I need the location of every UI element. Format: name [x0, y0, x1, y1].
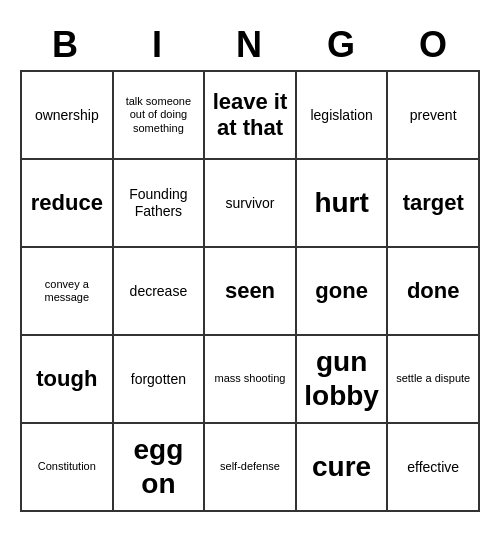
bingo-cell: cure — [297, 424, 389, 512]
cell-text: gun lobby — [301, 345, 383, 412]
header-letter: B — [20, 20, 112, 70]
cell-text: reduce — [31, 190, 103, 216]
bingo-cell: effective — [388, 424, 480, 512]
cell-text: effective — [407, 459, 459, 476]
bingo-cell: Founding Fathers — [114, 160, 206, 248]
bingo-cell: leave it at that — [205, 72, 297, 160]
header-letter: I — [112, 20, 204, 70]
cell-text: decrease — [130, 283, 188, 300]
bingo-cell: done — [388, 248, 480, 336]
cell-text: Constitution — [38, 460, 96, 473]
bingo-cell: prevent — [388, 72, 480, 160]
cell-text: tough — [36, 366, 97, 392]
bingo-cell: seen — [205, 248, 297, 336]
bingo-cell: survivor — [205, 160, 297, 248]
bingo-cell: talk someone out of doing something — [114, 72, 206, 160]
cell-text: done — [407, 278, 460, 304]
cell-text: convey a message — [26, 278, 108, 304]
bingo-cell: gone — [297, 248, 389, 336]
bingo-cell: target — [388, 160, 480, 248]
bingo-cell: egg on — [114, 424, 206, 512]
cell-text: mass shooting — [215, 372, 286, 385]
cell-text: seen — [225, 278, 275, 304]
cell-text: talk someone out of doing something — [118, 95, 200, 135]
cell-text: target — [403, 190, 464, 216]
bingo-cell: forgotten — [114, 336, 206, 424]
bingo-cell: gun lobby — [297, 336, 389, 424]
bingo-cell: legislation — [297, 72, 389, 160]
cell-text: egg on — [118, 433, 200, 500]
bingo-cell: ownership — [22, 72, 114, 160]
cell-text: Founding Fathers — [118, 186, 200, 220]
bingo-cell: self-defense — [205, 424, 297, 512]
header-letter: G — [296, 20, 388, 70]
cell-text: ownership — [35, 107, 99, 124]
bingo-card: BINGO ownershiptalk someone out of doing… — [20, 20, 480, 512]
cell-text: legislation — [310, 107, 372, 124]
cell-text: self-defense — [220, 460, 280, 473]
cell-text: prevent — [410, 107, 457, 124]
bingo-cell: convey a message — [22, 248, 114, 336]
bingo-grid: ownershiptalk someone out of doing somet… — [20, 70, 480, 512]
bingo-header: BINGO — [20, 20, 480, 70]
cell-text: forgotten — [131, 371, 186, 388]
cell-text: leave it at that — [209, 89, 291, 142]
cell-text: cure — [312, 450, 371, 484]
bingo-cell: mass shooting — [205, 336, 297, 424]
bingo-cell: decrease — [114, 248, 206, 336]
cell-text: settle a dispute — [396, 372, 470, 385]
cell-text: survivor — [225, 195, 274, 212]
bingo-cell: settle a dispute — [388, 336, 480, 424]
bingo-cell: reduce — [22, 160, 114, 248]
bingo-cell: tough — [22, 336, 114, 424]
cell-text: gone — [315, 278, 368, 304]
header-letter: O — [388, 20, 480, 70]
header-letter: N — [204, 20, 296, 70]
cell-text: hurt — [314, 186, 368, 220]
bingo-cell: Constitution — [22, 424, 114, 512]
bingo-cell: hurt — [297, 160, 389, 248]
